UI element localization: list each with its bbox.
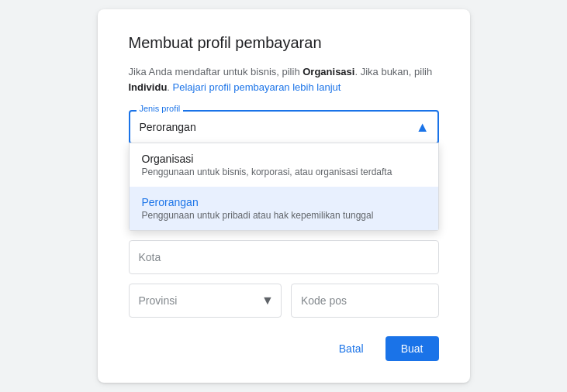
desc-text-2: . Jika bukan, pilih bbox=[354, 66, 432, 77]
province-postal-row: Provinsi ▼ bbox=[129, 284, 439, 318]
desc-bold-1: Organisasi bbox=[303, 66, 354, 77]
organisasi-title: Organisasi bbox=[142, 153, 426, 165]
cancel-button[interactable]: Batal bbox=[330, 336, 373, 361]
organisasi-desc: Penggunaan untuk bisnis, korporasi, atau… bbox=[142, 167, 426, 177]
dropdown-item-organisasi[interactable]: Organisasi Penggunaan untuk bisnis, korp… bbox=[130, 143, 438, 187]
perorangan-desc: Penggunaan untuk pribadi atau hak kepemi… bbox=[142, 210, 426, 221]
desc-bold-2: Individu bbox=[129, 81, 168, 93]
province-select[interactable]: Provinsi bbox=[129, 284, 282, 318]
footer: Batal Buat bbox=[129, 336, 439, 361]
city-input[interactable] bbox=[129, 240, 439, 274]
province-select-wrapper: Provinsi ▼ bbox=[129, 284, 282, 318]
payment-profile-card: Membuat profil pembayaran Jika Anda mend… bbox=[98, 9, 470, 383]
jenis-profil-dropdown-wrapper: Jenis profil Perorangan ▲ Organisasi Pen… bbox=[129, 110, 439, 144]
card-description: Jika Anda mendaftar untuk bisnis, pilih … bbox=[129, 64, 439, 95]
desc-text-3: . bbox=[167, 81, 172, 93]
dropdown-menu: Organisasi Penggunaan untuk bisnis, korp… bbox=[129, 143, 439, 231]
postal-input[interactable] bbox=[291, 284, 439, 318]
dropdown-trigger[interactable]: Perorangan ▲ bbox=[129, 110, 439, 144]
perorangan-title: Perorangan bbox=[142, 196, 426, 208]
jenis-profil-section: Jenis profil Perorangan ▲ Organisasi Pen… bbox=[129, 110, 439, 144]
create-button[interactable]: Buat bbox=[385, 336, 439, 361]
card-title: Membuat profil pembayaran bbox=[129, 34, 439, 52]
dropdown-selected-value[interactable]: Perorangan bbox=[129, 110, 439, 144]
dropdown-item-perorangan[interactable]: Perorangan Penggunaan untuk pribadi atau… bbox=[130, 187, 438, 230]
jenis-profil-label: Jenis profil bbox=[137, 104, 184, 113]
learn-more-link[interactable]: Pelajari profil pembayaran lebih lanjut bbox=[173, 81, 341, 93]
desc-text-1: Jika Anda mendaftar untuk bisnis, pilih bbox=[129, 66, 303, 77]
